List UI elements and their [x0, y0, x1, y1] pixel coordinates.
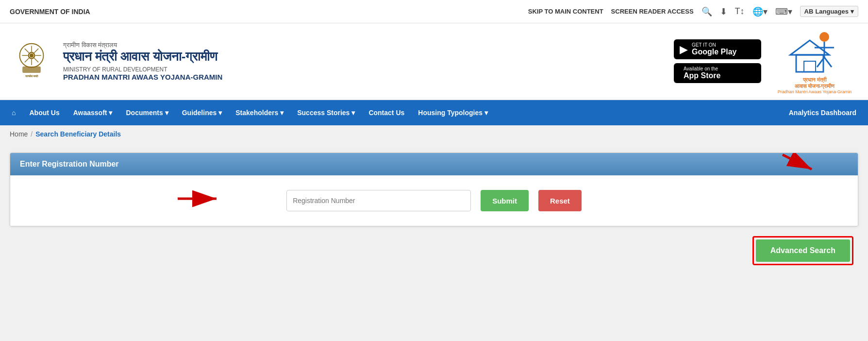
breadcrumb-current: Search Beneficiary Details — [35, 130, 121, 138]
svg-line-22 — [783, 155, 812, 170]
languages-label: Languages — [815, 8, 849, 15]
svg-point-1 — [28, 52, 35, 59]
nav-guidelines-label: Guidelines — [182, 109, 217, 117]
main-content: Enter Registration Number — [0, 143, 868, 275]
google-play-text: GET IT ON Google Play — [692, 42, 736, 56]
nav-awaassoft-label: Awaassoft — [73, 109, 107, 117]
nav-stakeholders-label: Stakeholders — [235, 109, 278, 117]
breadcrumb-separator: / — [31, 130, 33, 138]
app-badges: ▶ GET IT ON Google Play Available on the… — [674, 39, 761, 83]
scheme-logo-svg — [776, 28, 853, 77]
svg-line-8 — [34, 58, 38, 63]
nav-contact-us[interactable]: Contact Us — [362, 100, 411, 125]
nav-housing-typologies-label: Housing Typologies — [418, 109, 483, 117]
top-bar: GOVERNMENT OF INDIA SKIP TO MAIN CONTENT… — [0, 0, 868, 23]
top-bar-right: SKIP TO MAIN CONTENT SCREEN READER ACCES… — [528, 6, 858, 17]
nav-housing-typologies[interactable]: Housing Typologies ▾ — [411, 100, 495, 125]
scheme-name-label: PRADHAN MANTRI AWAAS YOJANA-GRAMIN — [63, 73, 674, 81]
scheme-logo-text1: प्रधान मंत्री — [803, 77, 826, 83]
nav-stakeholders[interactable]: Stakeholders ▾ — [229, 100, 290, 125]
advanced-search-button[interactable]: Advanced Search — [756, 239, 850, 262]
globe-icon[interactable]: 🌐▾ — [752, 6, 768, 17]
svg-text:सत्यमेव जयते: सत्यमेव जयते — [25, 74, 39, 78]
header-right: ▶ GET IT ON Google Play Available on the… — [674, 28, 858, 94]
ministry-label: MINISTRY OF RURAL DEVELOPMENT — [63, 66, 674, 73]
nav-documents[interactable]: Documents ▾ — [119, 100, 175, 125]
advanced-search-container: Advanced Search — [10, 236, 858, 265]
breadcrumb: Home / Search Beneficiary Details — [0, 125, 868, 143]
nav-guidelines[interactable]: Guidelines ▾ — [175, 100, 229, 125]
svg-line-10 — [25, 58, 29, 63]
svg-rect-11 — [22, 67, 41, 73]
search-panel-header: Enter Registration Number — [10, 153, 858, 175]
header-title: ग्रामीण विकास मंत्रालय प्रधान मंत्री आवा… — [63, 41, 674, 81]
scheme-logo-text3: Pradhan Mantri Awaas Yojana-Gramin — [778, 89, 851, 94]
svg-line-9 — [34, 49, 38, 53]
ashoka-emblem-svg: सत्यमेव जयते — [12, 42, 51, 81]
keyboard-icon[interactable]: ⌨▾ — [775, 6, 792, 17]
search-panel: Enter Registration Number — [10, 153, 858, 226]
breadcrumb-home[interactable]: Home — [10, 130, 28, 138]
nav-success-stories[interactable]: Success Stories ▾ — [290, 100, 362, 125]
submit-button[interactable]: Submit — [481, 190, 529, 211]
search-panel-header-label: Enter Registration Number — [20, 160, 119, 168]
search-panel-body: Submit Reset — [10, 175, 858, 226]
nav-guidelines-chevron: ▾ — [218, 109, 222, 117]
languages-button[interactable]: AB Languages ▾ — [800, 6, 858, 17]
svg-line-7 — [25, 49, 29, 53]
app-store-text: Available on the App Store — [684, 66, 720, 80]
emblem-logo: सत्यमेव जयते — [10, 39, 53, 83]
nav-about-us-label: About Us — [29, 109, 59, 117]
screen-reader-link[interactable]: SCREEN READER ACCESS — [611, 8, 694, 15]
svg-rect-20 — [804, 61, 816, 72]
home-icon: ⌂ — [12, 109, 16, 117]
red-arrow-top-icon — [780, 153, 819, 176]
nav-awaassoft[interactable]: Awaassoft ▾ — [67, 100, 119, 125]
scheme-logo-text2: आवास योजना-ग्रामीण — [795, 83, 835, 89]
nav-awaassoft-chevron: ▾ — [109, 109, 112, 117]
nav-analytics-dashboard[interactable]: Analytics Dashboard — [782, 100, 863, 125]
app-store-badge[interactable]: Available on the App Store — [674, 63, 761, 83]
advanced-search-wrapper: Advanced Search — [752, 236, 853, 265]
nav-about-us[interactable]: About Us — [22, 100, 66, 125]
font-size-icon[interactable]: T↕ — [735, 6, 745, 17]
chevron-down-icon: ▾ — [851, 8, 854, 15]
download-icon[interactable]: ⬇ — [720, 6, 727, 17]
hindi-subtitle: ग्रामीण विकास मंत्रालय — [63, 41, 674, 49]
skip-to-main-link[interactable]: SKIP TO MAIN CONTENT — [528, 8, 603, 15]
reset-button[interactable]: Reset — [538, 190, 582, 211]
nav-stakeholders-chevron: ▾ — [280, 109, 284, 117]
red-arrow-left-icon — [175, 189, 224, 213]
gov-label: GOVERNMENT OF INDIA — [10, 8, 90, 16]
play-store-icon: ▶ — [680, 43, 688, 56]
registration-number-input[interactable] — [286, 190, 471, 211]
scheme-logo: प्रधान मंत्री आवास योजना-ग्रामीण Pradhan… — [771, 28, 858, 94]
nav-success-stories-label: Success Stories — [297, 109, 350, 117]
nav-documents-chevron: ▾ — [165, 109, 168, 117]
main-nav: ⌂ About Us Awaassoft ▾ Documents ▾ Guide… — [0, 100, 868, 125]
nav-documents-label: Documents — [126, 109, 163, 117]
search-icon[interactable]: 🔍 — [701, 6, 712, 17]
header: सत्यमेव जयते ग्रामीण विकास मंत्रालय प्रध… — [0, 23, 868, 100]
nav-analytics-dashboard-label: Analytics Dashboard — [789, 109, 856, 117]
svg-line-17 — [824, 57, 832, 67]
svg-point-13 — [819, 32, 829, 42]
ab-icon: AB — [804, 8, 814, 15]
nav-success-stories-chevron: ▾ — [351, 109, 355, 117]
nav-housing-typologies-chevron: ▾ — [484, 109, 488, 117]
hindi-main-title: प्रधान मंत्री आवास योजना-ग्रामीण — [63, 49, 674, 64]
google-play-badge[interactable]: ▶ GET IT ON Google Play — [674, 39, 761, 59]
nav-contact-us-label: Contact Us — [368, 109, 404, 117]
nav-home[interactable]: ⌂ — [5, 100, 22, 125]
